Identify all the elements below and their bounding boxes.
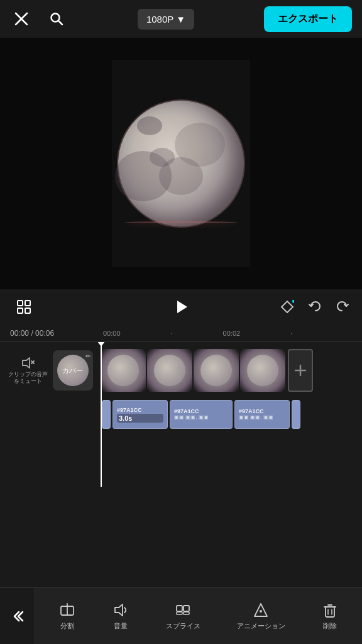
video-clip-2[interactable] [147,349,192,392]
color-clip-details-3: ▣▣ ▣▣, ▣▣ [239,414,285,421]
controls-bar [0,289,362,325]
toolbar-item-delete[interactable]: 削除 [319,596,341,636]
splice-label: スプライス [166,621,200,631]
color-clip-tag-3: #97A1CC [239,408,285,414]
video-clip-4[interactable] [240,349,285,392]
delete-icon [321,601,339,619]
bottom-toolbar: 分割 音量 スプライス [0,587,362,644]
export-label: エクスポート [278,13,338,24]
clip-moon-3 [194,349,239,392]
svg-rect-22 [184,606,189,611]
mute-label: クリップの音声をミュート [8,371,48,385]
color-clip-details-2: ▣▣ ▣▣, ▣▣ [174,414,228,421]
color-clip-2[interactable]: #97A1CC ▣▣ ▣▣, ▣▣ [170,400,233,429]
resolution-label: 1080P [146,14,173,25]
ruler-mark-0: 00:00 [103,330,121,337]
mute-button[interactable]: クリップの音声をミュート [8,356,48,385]
resolution-button[interactable]: 1080P ▼ [138,9,194,30]
color-clip-handle-right[interactable] [292,400,300,429]
svg-rect-6 [18,308,23,313]
color-clip-handle-left[interactable] [102,400,111,429]
clip-moon-inner-1 [107,355,139,386]
video-clip-1[interactable] [101,349,146,392]
svg-marker-8 [177,301,187,313]
resolution-arrow: ▼ [176,14,185,25]
undo-button[interactable] [305,297,324,316]
time-ruler: 00:00 · 00:02 · [101,330,362,337]
timeline-time-header: 00:00 / 00:06 00:00 · 00:02 · [0,325,362,342]
svg-rect-7 [25,308,30,313]
svg-marker-12 [23,358,30,368]
header: 1080P ▼ エクスポート [0,0,362,38]
audio-label: 音量 [114,621,128,631]
toolbar-item-split[interactable]: 分割 [56,596,79,636]
toolbar-item-audio[interactable]: 音量 [109,596,132,636]
svg-rect-23 [177,612,182,614]
delete-label: 削除 [323,621,337,631]
svg-rect-24 [184,612,189,614]
clip-moon-2 [147,349,192,392]
ruler-mark-2: 00:02 [223,330,241,337]
color-clip-tag-2: #97A1CC [174,408,228,414]
moon-visual [118,101,244,226]
split-label: 分割 [60,621,74,631]
svg-rect-5 [25,301,30,306]
toolbar-item-animation[interactable]: アニメーション [234,596,288,636]
clip-moon-inner-2 [154,355,185,386]
video-track-content [101,347,362,394]
back-button[interactable] [0,588,35,645]
toolbar-item-splice[interactable]: スプライス [163,596,203,636]
text-track-content: #97A1CC 3.0s #97A1CC ▣▣ ▣▣, ▣▣ #97A1CC ▣… [101,400,362,430]
animation-label: アニメーション [237,621,285,631]
header-left [10,8,68,30]
clip-moon-inner-3 [200,355,232,386]
current-time: 00:00 / 00:06 [0,329,101,338]
add-clip-button[interactable] [288,349,313,392]
clip-moon-1 [101,349,146,392]
animation-icon [252,601,270,619]
cover-thumbnail[interactable]: ✏ カバー [53,350,93,391]
color-clip-1[interactable]: #97A1CC 3.0s [112,400,168,429]
track-left-controls: クリップの音声をミュート ✏ カバー [0,350,101,391]
clip-moon-4 [240,349,285,392]
splice-icon [174,601,192,619]
playhead [101,342,102,487]
svg-point-11 [292,300,294,303]
text-track-row: #97A1CC 3.0s #97A1CC ▣▣ ▣▣, ▣▣ #97A1CC ▣… [0,396,362,434]
svg-line-3 [58,21,62,25]
color-clip-tag-1: #97A1CC [117,407,163,413]
expand-button[interactable] [13,296,35,318]
svg-point-26 [260,610,262,613]
color-clip-3[interactable]: #97A1CC ▣▣ ▣▣, ▣▣ [234,400,290,429]
svg-marker-20 [115,604,123,616]
svg-rect-27 [326,607,334,617]
ruler-mark-3: · [290,330,292,337]
timeline-area: クリップの音声をミュート ✏ カバー [0,342,362,487]
cover-label: カバー [62,366,83,375]
clip-moon-inner-4 [247,355,278,386]
video-preview [112,60,250,267]
svg-rect-4 [18,301,23,306]
export-button[interactable]: エクスポート [264,6,352,32]
edit-icon: ✏ [85,353,90,360]
video-track-row: クリップの音声をミュート ✏ カバー [0,342,362,399]
diamond-icon[interactable] [278,297,297,316]
preview-area [0,38,362,289]
ruler-mark-1: · [171,330,173,337]
redo-button[interactable] [333,297,352,316]
search-button[interactable] [45,8,68,30]
video-clips [101,349,313,392]
svg-rect-21 [177,606,182,611]
color-clip-duration-1: 3.0s [117,414,163,423]
split-icon [58,601,76,619]
controls-right [278,297,352,316]
play-button[interactable] [168,294,194,319]
close-button[interactable] [10,8,33,30]
svg-marker-9 [282,301,293,313]
audio-icon [112,601,129,619]
video-clip-3[interactable] [194,349,239,392]
toolbar-items: 分割 音量 スプライス [35,596,362,636]
